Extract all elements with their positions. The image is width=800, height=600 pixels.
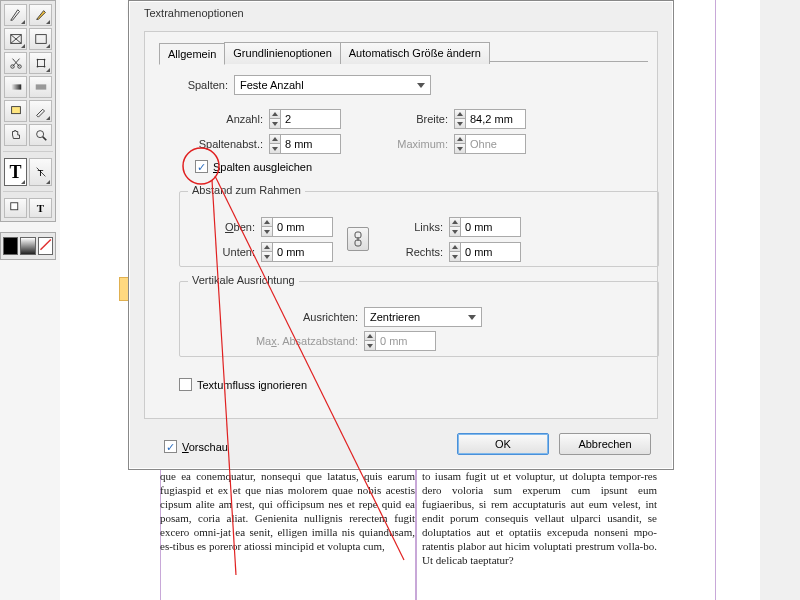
anzahl-value[interactable]: 2: [281, 109, 341, 129]
body-text-col2: to iusam fugit ut et voluptur, ut dolupt…: [422, 470, 657, 568]
text-frame-options-dialog: Textrahmenoptionen Allgemein Grundlinien…: [128, 0, 674, 470]
svg-rect-8: [37, 60, 44, 67]
ignore-wrap-checkbox[interactable]: Textumfluss ignorieren: [179, 378, 307, 391]
balance-columns-checkbox[interactable]: Spalten ausgleichen: [195, 160, 312, 173]
ignore-wrap-label: Textumfluss ignorieren: [197, 379, 307, 391]
svg-point-10: [43, 59, 45, 61]
rechts-label: Rechts:: [394, 246, 449, 258]
svg-line-20: [40, 239, 50, 249]
ok-button[interactable]: OK: [457, 433, 549, 455]
rectangle-tool[interactable]: [29, 28, 52, 50]
checkbox-unchecked-icon: [179, 378, 192, 391]
hand-tool[interactable]: [4, 124, 27, 146]
apply-none-icon[interactable]: [38, 237, 53, 255]
oben-spinner[interactable]: 0 mm: [261, 217, 333, 237]
checkbox-checked-icon: [195, 160, 208, 173]
oben-value[interactable]: 0 mm: [273, 217, 333, 237]
svg-text:T: T: [37, 167, 43, 178]
gradient-feather-tool[interactable]: [29, 76, 52, 98]
unten-spinner[interactable]: 0 mm: [261, 242, 333, 262]
valign-title: Vertikale Ausrichtung: [188, 274, 299, 286]
svg-rect-19: [10, 203, 17, 210]
chevron-down-icon: [468, 315, 476, 320]
pencil-tool[interactable]: [29, 4, 52, 26]
spaltenabst-spinner[interactable]: 8 mm: [269, 134, 341, 154]
gradient-tool[interactable]: [4, 76, 27, 98]
color-mode-bar: [0, 232, 56, 260]
svg-point-11: [36, 66, 38, 68]
type-tool-large[interactable]: T: [4, 158, 27, 186]
svg-point-12: [43, 66, 45, 68]
maximum-value: Ohne: [466, 134, 526, 154]
rectangle-frame-tool[interactable]: [4, 28, 27, 50]
type-tool-small[interactable]: T: [29, 158, 52, 186]
tab-grundlinien[interactable]: Grundlinienoptionen: [224, 42, 340, 64]
svg-point-9: [36, 59, 38, 61]
rechts-value[interactable]: 0 mm: [461, 242, 521, 262]
zoom-tool[interactable]: [29, 124, 52, 146]
fill-stroke-default-icon[interactable]: [4, 198, 27, 218]
note-tool[interactable]: [4, 100, 27, 122]
links-value[interactable]: 0 mm: [461, 217, 521, 237]
anzahl-spinner[interactable]: 2: [269, 109, 341, 129]
rechts-spinner[interactable]: 0 mm: [449, 242, 521, 262]
dialog-tabs: Allgemein Grundlinienoptionen Automatisc…: [159, 42, 489, 64]
checkbox-checked-icon: [164, 440, 177, 453]
cancel-button[interactable]: Abbrechen: [559, 433, 651, 455]
maximum-spinner: Ohne: [454, 134, 526, 154]
max-absatz-spinner: 0 mm: [364, 331, 436, 351]
breite-spinner[interactable]: 84,2 mm: [454, 109, 526, 129]
svg-point-16: [36, 131, 43, 138]
links-spinner[interactable]: 0 mm: [449, 217, 521, 237]
svg-rect-15: [11, 107, 20, 114]
chevron-down-icon: [417, 83, 425, 88]
free-transform-tool[interactable]: [29, 52, 52, 74]
tool-palette: TT T: [0, 0, 56, 222]
spalten-label: Spalten:: [179, 79, 234, 91]
svg-line-17: [42, 137, 46, 141]
oben-label: Oben:: [201, 221, 261, 233]
tab-allgemein[interactable]: Allgemein: [159, 43, 225, 65]
type-fill-icon[interactable]: T: [29, 198, 52, 218]
spaltenabst-value[interactable]: 8 mm: [281, 134, 341, 154]
inset-spacing-title: Abstand zum Rahmen: [188, 184, 305, 196]
svg-rect-13: [10, 84, 21, 89]
max-absatz-value: 0 mm: [376, 331, 436, 351]
svg-rect-3: [35, 35, 46, 44]
unten-label: Unten:: [201, 246, 261, 258]
columns-type-dropdown[interactable]: Feste Anzahl: [234, 75, 431, 95]
align-value: Zentrieren: [370, 311, 420, 323]
svg-rect-14: [35, 84, 46, 89]
tab-auto-size[interactable]: Automatisch Größe ändern: [340, 42, 490, 64]
body-text-col1: que ea conemquatur, nonsequi que latatus…: [160, 470, 415, 554]
links-label: Links:: [394, 221, 449, 233]
ausrichten-label: Ausrichten:: [249, 311, 364, 323]
balance-columns-label: Spalten ausgleichen: [213, 161, 312, 173]
preview-label: Vorschau: [182, 441, 228, 453]
pen-tool[interactable]: [4, 4, 27, 26]
max-absatz-label: Max. Absatzabstand:: [249, 335, 364, 347]
apply-gradient-icon[interactable]: [20, 237, 35, 255]
anzahl-label: Anzahl:: [189, 113, 269, 125]
maximum-label: Maximum:: [386, 138, 454, 150]
spaltenabst-label: Spaltenabst.:: [189, 138, 269, 150]
preview-checkbox[interactable]: Vorschau: [164, 440, 228, 453]
align-dropdown[interactable]: Zentrieren: [364, 307, 482, 327]
breite-value[interactable]: 84,2 mm: [466, 109, 526, 129]
link-values-icon[interactable]: [347, 227, 369, 251]
dialog-title: Textrahmenoptionen: [129, 1, 673, 25]
breite-label: Breite:: [399, 113, 454, 125]
scissors-tool[interactable]: [4, 52, 27, 74]
unten-value[interactable]: 0 mm: [273, 242, 333, 262]
columns-type-value: Feste Anzahl: [240, 79, 304, 91]
apply-color-icon[interactable]: [3, 237, 18, 255]
eyedropper-tool[interactable]: [29, 100, 52, 122]
